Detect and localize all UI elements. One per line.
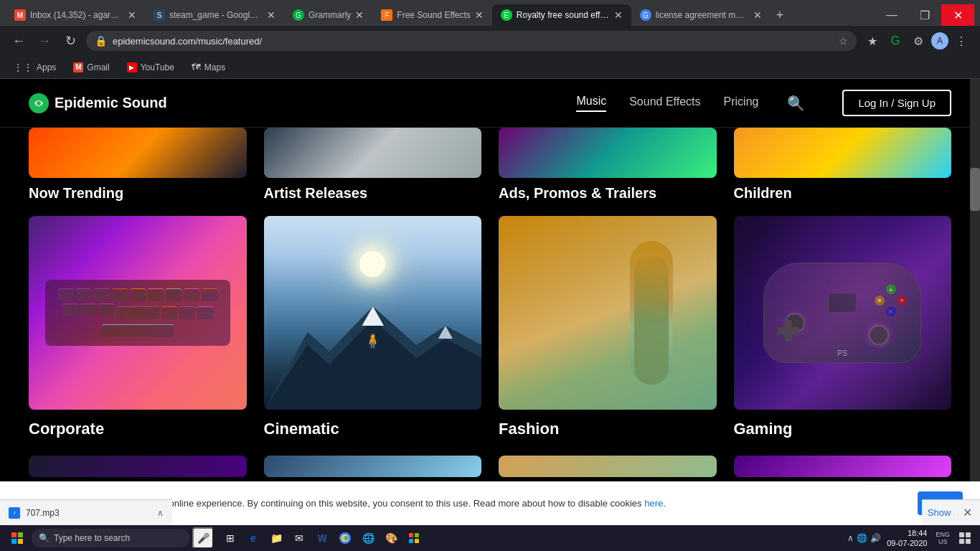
taskbar-volume-icon[interactable]: 🔊 (870, 533, 881, 543)
taskbar-chevron-up[interactable]: ∧ (847, 533, 854, 543)
bookmark-youtube-label: YouTube (141, 62, 174, 72)
bottom-partial-row (29, 456, 951, 477)
taskbar-clock[interactable]: 18:44 09-07-2020 (887, 528, 927, 549)
back-button[interactable]: ← (9, 31, 29, 51)
category-cinematic[interactable]: 🧍 Cinematic (264, 216, 482, 438)
taskbar-windows-store[interactable] (403, 527, 425, 549)
forward-button[interactable]: → (34, 31, 55, 51)
taskbar-chrome[interactable] (334, 527, 356, 549)
notification-icon (959, 532, 971, 544)
site-logo[interactable]: Epidemic Sound (29, 93, 167, 113)
category-children[interactable]: Children (734, 128, 952, 202)
tab-grammarly[interactable]: G Grammarly ✕ (284, 4, 372, 26)
person-silhouette: 🧍 (364, 332, 382, 349)
bookmark-youtube[interactable]: ▶ YouTube (123, 60, 179, 75)
cookie-link[interactable]: here (644, 498, 663, 509)
new-tab-button[interactable]: + (771, 4, 790, 26)
svg-rect-15 (409, 539, 413, 543)
tab-steam-close[interactable]: ✕ (267, 9, 275, 21)
notification-center-button[interactable] (956, 529, 974, 547)
tab-gmail-close[interactable]: ✕ (128, 9, 136, 21)
menu-button[interactable]: ⋮ (951, 31, 971, 51)
svg-rect-7 (18, 532, 23, 537)
reload-button[interactable]: ↻ (60, 31, 80, 51)
tab-freesound-close[interactable]: ✕ (475, 9, 484, 21)
taskbar-ie[interactable]: 🌐 (357, 527, 379, 549)
category-ads-promos[interactable]: Ads, Promos & Trailers (499, 128, 717, 202)
nav-icons: ★ G ⚙ A ⋮ (862, 31, 971, 51)
tab-epidemic[interactable]: E Royalty free sound effe... ✕ (492, 4, 631, 26)
svg-rect-14 (415, 533, 419, 537)
taskbar-search-box[interactable]: 🔍 Type here to search (32, 529, 189, 547)
tab-steam[interactable]: S steam_game - Google ... ✕ (145, 4, 284, 26)
category-fashion[interactable]: Fashion (499, 216, 717, 438)
taskbar-network-icon[interactable]: 🌐 (857, 533, 867, 543)
partial-card-4 (734, 456, 952, 477)
download-close-button[interactable]: ✕ (954, 499, 980, 525)
tab-freesound-title: Free Sound Effects (397, 10, 471, 20)
partial-card-1 (29, 456, 247, 477)
nav-music[interactable]: Music (576, 95, 606, 112)
taskbar-right: ∧ 🌐 🔊 18:44 09-07-2020 ENG US (847, 528, 974, 549)
site-content: Epidemic Sound Music Sound Effects Prici… (0, 79, 980, 491)
bookmark-gmail[interactable]: M Gmail (69, 60, 113, 75)
svg-rect-8 (11, 539, 17, 544)
login-signup-button[interactable]: Log In / Sign Up (842, 90, 951, 116)
taskbar-mspaint[interactable]: 🎨 (380, 527, 402, 549)
bookmark-apps[interactable]: ⋮⋮ Apps (9, 59, 60, 76)
download-bar: ♪ 707.mp3 ∧ (0, 499, 172, 525)
category-now-trending[interactable]: Now Trending (29, 128, 247, 202)
ads-promos-label: Ads, Promos & Trailers (499, 185, 717, 202)
download-chevron-icon[interactable]: ∧ (157, 508, 164, 518)
nav-bar: ← → ↻ 🔒 epidemicsound.com/music/featured… (0, 26, 980, 56)
taskbar-task-view[interactable]: ⊞ (220, 527, 241, 549)
grammarly-ext-icon[interactable]: G (885, 31, 905, 51)
partial-card-2 (264, 456, 482, 477)
tab-gmail[interactable]: M Inbox (14,352) - agarwa... ✕ (6, 4, 145, 26)
category-artist-releases[interactable]: Artist Releases (264, 128, 482, 202)
svg-rect-19 (959, 539, 964, 544)
bookmark-gmail-label: Gmail (87, 62, 109, 72)
browser-chrome: M Inbox (14,352) - agarwa... ✕ S steam_g… (0, 0, 980, 79)
tab-gmail-title: Inbox (14,352) - agarwa... (30, 10, 123, 20)
corporate-label: Corporate (29, 420, 247, 438)
main-content: Now Trending Artist Releases Ads, Promos… (0, 128, 980, 491)
svg-rect-17 (959, 532, 964, 537)
taskbar-edge[interactable]: e (242, 527, 264, 549)
tab-google[interactable]: G license agreement mea... ✕ (631, 4, 771, 26)
bookmark-maps[interactable]: 🗺 Maps (187, 59, 230, 75)
maximize-button[interactable]: ❐ (908, 4, 941, 26)
tab-epidemic-close[interactable]: ✕ (614, 9, 623, 21)
children-label: Children (734, 185, 952, 202)
nav-sound-effects[interactable]: Sound Effects (629, 95, 700, 111)
address-bar[interactable]: 🔒 epidemicsound.com/music/featured/ ☆ (86, 31, 857, 51)
taskbar-mail[interactable]: ✉ (288, 527, 310, 549)
site-nav: Music Sound Effects Pricing 🔍 Log In / S… (576, 90, 951, 116)
tab-grammarly-close[interactable]: ✕ (355, 9, 364, 21)
extensions-icon[interactable]: ★ (862, 31, 882, 51)
star-icon[interactable]: ☆ (839, 35, 848, 47)
tab-google-close[interactable]: ✕ (753, 9, 762, 21)
scrollbar[interactable] (970, 79, 980, 525)
minimize-button[interactable]: — (875, 4, 908, 26)
category-gaming[interactable]: ▲ ● ✕ ■ PS (734, 216, 952, 438)
fashion-label: Fashion (499, 420, 717, 438)
puzzle-icon[interactable]: ⚙ (908, 31, 928, 51)
cinematic-label: Cinematic (264, 420, 482, 438)
svg-rect-6 (11, 532, 17, 537)
now-trending-label: Now Trending (29, 185, 247, 202)
profile-avatar[interactable]: A (931, 32, 948, 50)
lock-icon: 🔒 (95, 35, 107, 47)
taskbar-mic-button[interactable]: 🎤 (192, 527, 214, 549)
partial-card-3 (499, 456, 717, 477)
tab-freesound[interactable]: F Free Sound Effects ✕ (372, 4, 492, 26)
scrollbar-thumb[interactable] (970, 168, 980, 211)
taskbar-word[interactable]: W (311, 527, 333, 549)
search-button[interactable]: 🔍 (787, 95, 805, 112)
start-button[interactable] (6, 527, 29, 550)
taskbar-file-explorer[interactable]: 📁 (265, 527, 287, 549)
nav-pricing[interactable]: Pricing (724, 95, 759, 111)
close-button[interactable]: ✕ (941, 4, 974, 26)
category-corporate[interactable]: Corporate (29, 216, 247, 438)
svg-point-1 (37, 101, 41, 105)
